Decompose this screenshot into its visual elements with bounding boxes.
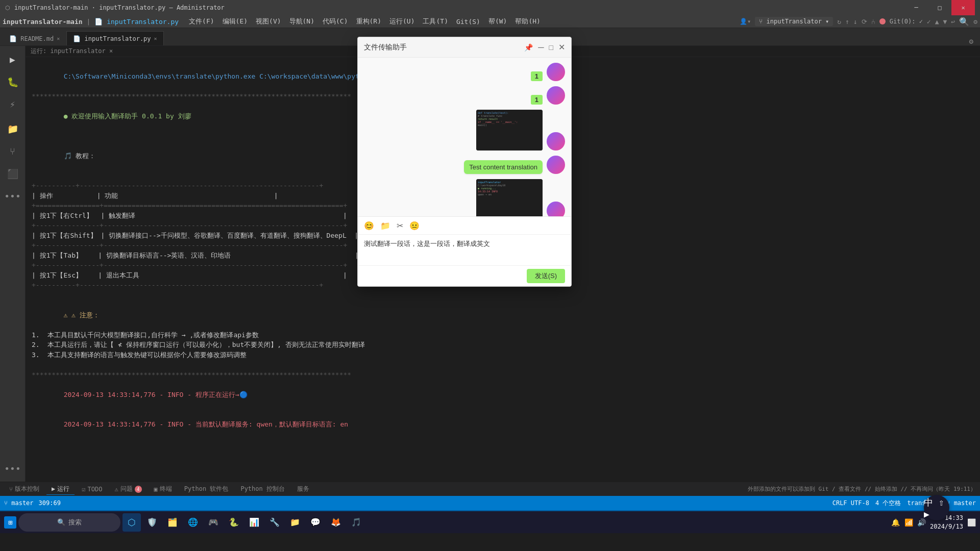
- menu-git[interactable]: Git(S): [452, 17, 484, 27]
- search-icon[interactable]: 🔍: [959, 17, 969, 27]
- tab-readme-close[interactable]: ✕: [57, 36, 60, 41]
- dialog-maximize-button[interactable]: □: [549, 43, 553, 52]
- stop-button[interactable]: [879, 18, 886, 24]
- toolbar-action-merge[interactable]: ⑃: [871, 18, 875, 26]
- activity-run2[interactable]: ⚡: [4, 95, 22, 113]
- git-icon: ⑂: [9, 486, 13, 493]
- wechat-corner-widget[interactable]: 中 ⇧ ▶: [924, 495, 949, 520]
- toolbar-action-fetch[interactable]: ⟳: [862, 18, 867, 26]
- activity-dots1[interactable]: •••: [4, 187, 22, 205]
- toolbar-action-down[interactable]: ↓: [853, 18, 857, 26]
- bottom-tab-problems[interactable]: ⚠ 问题 4: [109, 484, 146, 494]
- status-encoding[interactable]: CRLF UTF-8: [832, 499, 869, 507]
- terminal-notice-header: ⚠ ⚠ 注意：: [32, 300, 974, 330]
- activity-debug[interactable]: 🐛: [4, 72, 22, 91]
- chrome-icon: 🌐: [188, 517, 198, 527]
- menu-view[interactable]: 视图(V): [252, 16, 285, 27]
- toolbar-action-push[interactable]: ▲: [935, 18, 939, 26]
- bottom-tab-python-pkg[interactable]: Python 软件包: [179, 484, 234, 494]
- start-button[interactable]: ⊞: [4, 516, 16, 529]
- menu-nav[interactable]: 导航(N): [285, 16, 318, 27]
- branch-selector[interactable]: ⑂ inputTranslator ▾: [755, 17, 833, 26]
- activity-git[interactable]: ⑂: [4, 142, 22, 160]
- bottom-bar: ⑂ 版本控制 ▶ 运行 ☑ TODO ⚠ 问题 4 ▣ 终端 Python 软件…: [0, 482, 980, 496]
- title-bar: ⬡ inputTranslator-main · inputTranslator…: [0, 0, 980, 15]
- app1-icon: 🛡️: [147, 517, 157, 527]
- toolbar-action-refresh[interactable]: ↻: [837, 18, 841, 26]
- tab-inputtranslator[interactable]: 📄 inputTranslator.py ✕: [66, 31, 163, 45]
- taskbar-app5[interactable]: 📊: [245, 513, 263, 532]
- activity-terminal[interactable]: ⬛: [4, 164, 22, 183]
- taskbar-app3[interactable]: 🎮: [204, 513, 223, 532]
- dialog-close-button[interactable]: ✕: [558, 42, 565, 52]
- tab-readme[interactable]: 📄 README.md ✕: [3, 31, 66, 45]
- menu-file[interactable]: 文件(F): [185, 16, 218, 27]
- msg-image-1: def translate(text): # translate func re…: [476, 110, 543, 151]
- avatar-2: [547, 86, 565, 105]
- menu-run[interactable]: 运行(U): [385, 16, 419, 27]
- send-button[interactable]: 发送(S): [527, 269, 565, 283]
- menu-code[interactable]: 代码(C): [318, 16, 352, 27]
- activity-explorer[interactable]: 📁: [4, 119, 22, 138]
- status-position[interactable]: 309:69: [39, 499, 61, 507]
- folder-icon[interactable]: 📁: [380, 221, 390, 231]
- toolbar-account[interactable]: 👤▾: [740, 18, 751, 25]
- taskbar-app10[interactable]: 🎵: [347, 513, 365, 532]
- menu-help[interactable]: 帮助(H): [511, 16, 544, 27]
- activity-run[interactable]: ▶: [4, 50, 22, 68]
- close-button[interactable]: ✕: [951, 0, 975, 15]
- taskbar-app9[interactable]: 🦊: [327, 513, 345, 532]
- taskbar-app6[interactable]: 🔧: [265, 513, 284, 532]
- dialog-pin-button[interactable]: 📌: [524, 43, 533, 52]
- bottom-tab-todo[interactable]: ☑ TODO: [77, 485, 107, 494]
- app7-icon: 📁: [290, 517, 300, 527]
- emoji-icon[interactable]: 😊: [364, 221, 374, 231]
- menu-edit[interactable]: 编辑(E): [218, 16, 252, 27]
- python-pkg-label: Python 软件包: [184, 485, 229, 493]
- status-branch2[interactable]: ⑂ master: [946, 499, 976, 507]
- file-transfer-dialog: 文件传输助手 📌 ─ □ ✕ 1 1 def translate(text): …: [357, 37, 572, 287]
- taskbar-app4[interactable]: 🐍: [225, 513, 243, 532]
- status-spaces[interactable]: 4 个空格: [875, 499, 901, 508]
- taskbar-vscode[interactable]: ⬡: [122, 513, 141, 532]
- minimize-button[interactable]: ─: [904, 0, 928, 15]
- taskbar-app1[interactable]: 🛡️: [143, 513, 161, 532]
- msg-badge-2: 1: [531, 95, 543, 105]
- maximize-button[interactable]: □: [928, 0, 951, 15]
- taskbar-app7[interactable]: 📁: [286, 513, 304, 532]
- dialog-input[interactable]: 测试翻译一段话，这是一段话，翻译成英文: [358, 235, 571, 265]
- bottom-tab-git[interactable]: ⑂ 版本控制: [4, 484, 44, 494]
- taskbar-date-label: 2024/9/13: [930, 522, 963, 531]
- taskbar: ⊞ 🔍 搜索 ⬡ 🛡️ 🗂️ 🌐 🎮 🐍 📊 🔧 📁 💬 🦊 🎵 🔔 📶 🔊: [0, 510, 980, 533]
- bottom-tab-terminal[interactable]: ▣ 终端: [149, 484, 177, 494]
- bottom-tab-services[interactable]: 服务: [292, 484, 314, 494]
- taskbar-chrome[interactable]: 🌐: [184, 513, 202, 532]
- taskbar-show-desktop[interactable]: ⬜: [967, 518, 976, 527]
- toolbar-action-pull[interactable]: ▼: [943, 18, 947, 26]
- settings-icon[interactable]: ⚙: [973, 18, 977, 26]
- toolbar-action-commit[interactable]: ✓: [927, 18, 931, 26]
- tab-inputtranslator-close[interactable]: ✕: [154, 36, 157, 41]
- tab-settings-icon[interactable]: ⚙: [969, 37, 973, 45]
- bottom-tab-python-console[interactable]: Python 控制台: [235, 484, 290, 494]
- menu-help-w[interactable]: 帮(W): [484, 16, 511, 27]
- terminal-icon: ▣: [154, 486, 158, 493]
- python-console-label: Python 控制台: [240, 485, 285, 493]
- taskbar-app8[interactable]: 💬: [306, 513, 325, 532]
- menu-refactor[interactable]: 重构(R): [352, 16, 385, 27]
- toolbar-undo[interactable]: ↩: [951, 18, 955, 26]
- scissors-icon[interactable]: ✂: [397, 221, 403, 231]
- bottom-tab-run[interactable]: ▶ 运行: [46, 484, 75, 495]
- wechat-corner-icons: 中 ⇧ ▶: [924, 496, 949, 519]
- activity-dots2[interactable]: •••: [4, 459, 22, 478]
- app8-icon: 💬: [310, 517, 321, 527]
- app2-icon: 🗂️: [167, 517, 178, 527]
- dialog-minimize-button[interactable]: ─: [538, 43, 544, 52]
- status-git[interactable]: ⑂ master: [4, 499, 34, 507]
- app6-icon: 🔧: [270, 517, 280, 527]
- menu-tools[interactable]: 工具(T): [419, 16, 452, 27]
- taskbar-search[interactable]: 🔍 搜索: [18, 513, 120, 532]
- taskbar-app2[interactable]: 🗂️: [163, 513, 182, 532]
- toolbar-action-up[interactable]: ↑: [845, 18, 849, 26]
- sticker-icon[interactable]: 😐: [409, 221, 420, 231]
